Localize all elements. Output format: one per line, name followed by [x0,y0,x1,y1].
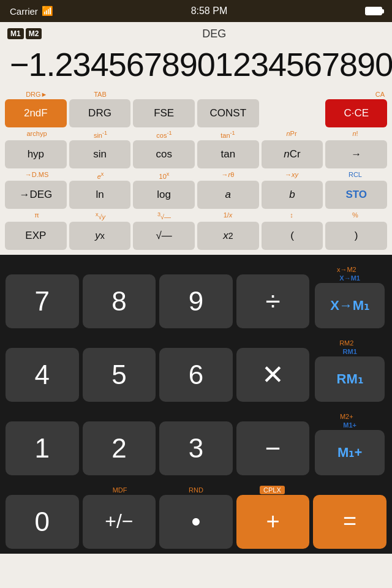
btn-a[interactable]: a [197,181,259,209]
scientific-section: DRG► TAB CA 2ndF DRG FSE CONST C·CE arch… [0,88,392,255]
btn-2ndf[interactable]: 2ndF [5,99,67,127]
status-bar: Carrier 📶 8:58 PM [0,0,392,22]
label-pi: π [5,211,69,221]
label-tan-inv: tan-1 [196,130,260,139]
label-empty3 [259,91,323,98]
btn-ln[interactable]: ln [69,181,131,209]
label-xrooty: x√y [69,211,132,221]
label-ex: ex [69,171,132,180]
label-10x: 10x [132,171,196,180]
btn-yx[interactable]: yx [69,222,131,250]
btn-4[interactable]: 4 [6,348,79,402]
memory-row: M1 M2 DEG [0,22,392,45]
num-row-123: 1 2 3 − M1+ M₁+ [4,421,388,475]
btn-sqrt[interactable]: √― [133,222,195,250]
btn-fse[interactable]: FSE [133,99,195,127]
btn-rparen[interactable]: ) [325,222,387,250]
btn-ncr[interactable]: nCr [262,140,323,168]
btn-add[interactable]: + [236,495,310,549]
label-sin-inv: sin-1 [69,130,132,139]
btn-7[interactable]: 7 [6,274,79,328]
btn-exp[interactable]: EXP [5,222,67,250]
sci-row4-buttons: EXP yx √― x2 ( ) [4,221,388,251]
display: −1.23456789012345678901 −89 [0,45,392,88]
label-rnd: RND [158,486,234,494]
num-row-789: 7 8 9 ÷ X→M1 X→M₁ [4,274,388,328]
btn-0[interactable]: 0 [6,495,79,549]
btn-sto[interactable]: STO [325,181,387,209]
btn-8[interactable]: 8 [83,274,156,328]
label-updown: ↕ [260,211,323,221]
sci-row1-labels: DRG► TAB CA [4,91,388,98]
battery-icon [365,7,382,15]
sci-row4-labels: π x√y 3√― 1/x ↕ % [4,211,388,221]
btn-log[interactable]: log [133,181,195,209]
btn-plusminus[interactable]: +/− [83,495,156,549]
label-cos-inv: cos-1 [132,130,196,139]
btn-x2[interactable]: x2 [197,222,259,250]
sci-row3-labels: →D.MS ex 10x →rθ →xy RCL [4,171,388,180]
deg-label: DEG [43,28,385,40]
btn-decimal[interactable]: • [159,495,233,549]
num-row-456: 4 5 6 ✕ RM1 RM₁ [4,348,388,402]
btn-todeg[interactable]: →DEG [5,181,67,209]
label-cplx-label: CPLX [234,486,310,494]
label-rm1: RM1 [313,348,386,355]
numpad-section: x→M2 7 8 9 ÷ X→M1 X→M₁ RM2 4 5 6 ✕ [0,255,392,554]
label-m2plus: M2+ [309,413,385,420]
btn-eq[interactable]: = [313,495,386,549]
m1-badge: M1 [7,28,24,39]
m2-badge: M2 [26,28,42,39]
label-rcl: RCL [323,171,387,180]
carrier-label: Carrier [10,6,38,17]
label-tab: TAB [69,91,132,98]
btn-tan[interactable]: tan [197,140,259,168]
label-m1plus: M1+ [313,421,386,429]
btn-1[interactable]: 1 [6,421,79,475]
label-1overx: 1/x [196,211,260,221]
btn-rm1[interactable]: RM₁ [315,356,385,402]
btn-mul[interactable]: ✕ [236,348,310,402]
btn-arrow-right[interactable]: → [325,140,387,168]
label-empty1 [132,91,195,98]
time-label: 8:58 PM [191,6,228,16]
btn-cos[interactable]: cos [133,140,195,168]
sci-row1-buttons: 2ndF DRG FSE CONST C·CE [4,98,388,129]
btn-sin[interactable]: sin [69,140,131,168]
label-nfact: n! [323,130,387,139]
btn-9[interactable]: 9 [159,274,233,328]
label-rtheta: →rθ [196,171,260,180]
label-rm2: RM2 [309,339,385,347]
btn-sub[interactable]: − [236,421,310,475]
btn-2[interactable]: 2 [83,421,156,475]
label-3root: 3√― [132,211,196,221]
sci-row2-labels: archyp sin-1 cos-1 tan-1 nPr n! [4,130,388,139]
sci-row3-buttons: →DEG ln log a b STO [4,179,388,210]
label-drg-arrow: DRG► [5,91,69,98]
btn-3[interactable]: 3 [159,421,233,475]
label-xy: →xy [260,171,323,180]
btn-5[interactable]: 5 [83,348,156,402]
label-mdf: MDF [81,486,157,494]
display-number: −1.23456789012345678901 [10,48,392,81]
btn-b[interactable]: b [262,181,323,209]
label-ca: CA [322,91,387,98]
label-archyp: archyp [5,130,69,139]
label-xm2: x→M2 [309,266,385,273]
label-dms: →D.MS [5,171,69,180]
sci-row2-buttons: hyp sin cos tan nCr → [4,139,388,170]
btn-hyp[interactable]: hyp [5,140,67,168]
btn-drg[interactable]: DRG [69,99,131,127]
btn-const[interactable]: CONST [197,99,259,127]
btn-cce[interactable]: C·CE [325,99,387,127]
btn-xm1[interactable]: X→M₁ [315,283,385,328]
label-percent: % [323,211,387,221]
btn-lparen[interactable]: ( [262,222,323,250]
label-npr: nPr [260,130,323,139]
label-xm1: X→M1 [313,274,386,282]
btn-empty [262,99,323,127]
btn-m1plus[interactable]: M₁+ [315,430,385,475]
btn-6[interactable]: 6 [159,348,233,402]
wifi-icon: 📶 [42,6,53,17]
btn-div[interactable]: ÷ [236,274,310,328]
